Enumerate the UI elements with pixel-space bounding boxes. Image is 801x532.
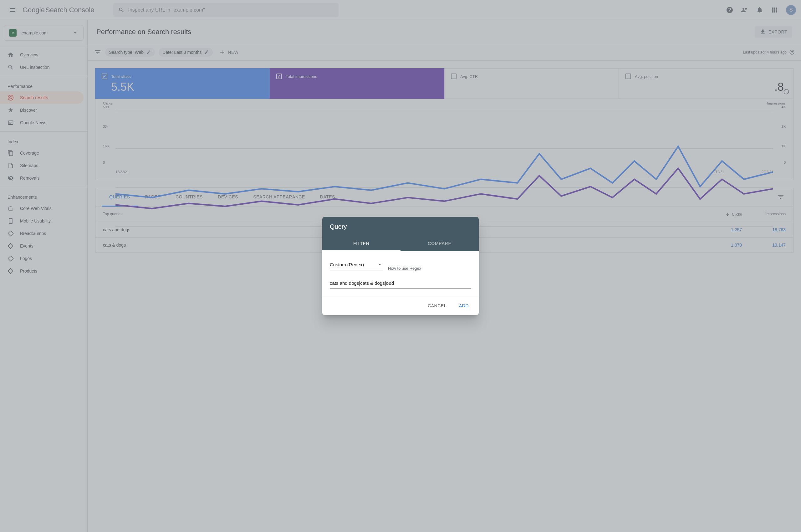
filter-type-select[interactable]: Custom (Regex) — [330, 259, 383, 270]
modal-tabs: FILTER COMPARE — [322, 236, 479, 251]
query-filter-modal: Query FILTER COMPARE Custom (Regex) How … — [322, 217, 479, 315]
cancel-button[interactable]: CANCEL — [423, 300, 452, 311]
chevron-down-icon — [377, 261, 383, 268]
select-value: Custom (Regex) — [330, 262, 377, 267]
modal-tab-compare[interactable]: COMPARE — [400, 236, 479, 251]
modal-title: Query — [322, 217, 479, 236]
regex-input[interactable] — [330, 278, 471, 288]
modal-tab-filter[interactable]: FILTER — [322, 236, 400, 251]
regex-help-link[interactable]: How to use Regex — [388, 266, 421, 271]
add-button[interactable]: ADD — [454, 300, 474, 311]
